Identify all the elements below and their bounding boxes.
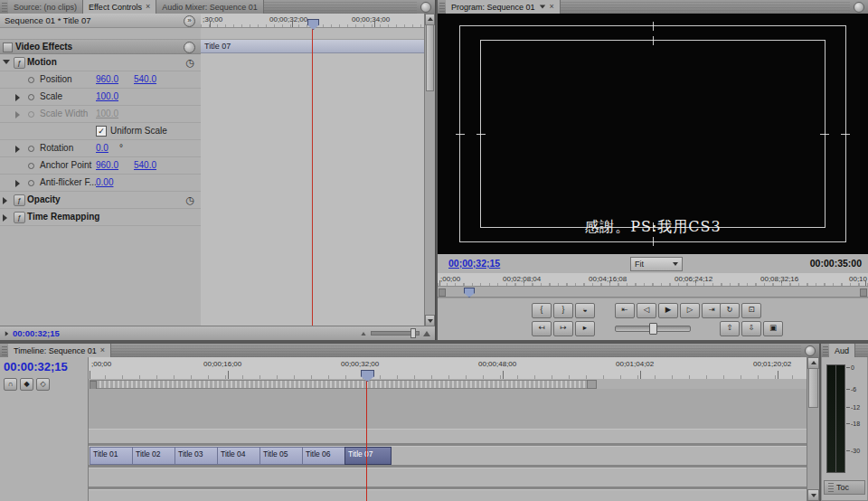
close-icon[interactable]: × xyxy=(100,346,105,354)
play-in-to-out-button[interactable]: ▸ xyxy=(575,321,595,336)
uniform-scale-checkbox[interactable]: ✓ xyxy=(96,126,107,137)
effect-name[interactable]: Opacity xyxy=(27,194,61,204)
vertical-scrollbar[interactable] xyxy=(424,14,435,326)
panel-grip[interactable] xyxy=(2,345,7,355)
zoom-level-select[interactable]: Fit xyxy=(630,257,683,271)
program-playhead[interactable] xyxy=(464,288,475,298)
shuttle-thumb[interactable] xyxy=(649,323,657,335)
close-icon[interactable]: × xyxy=(146,3,150,11)
anchor-y-value[interactable]: 540.0 xyxy=(134,160,156,170)
panel-grip[interactable] xyxy=(439,2,445,12)
tab-timeline[interactable]: Timeline: Sequence 01 × xyxy=(8,344,111,357)
program-select-arrow-icon[interactable] xyxy=(539,5,544,9)
expand-icon[interactable] xyxy=(3,214,7,222)
clip-title-05[interactable]: Title 05 xyxy=(259,447,307,465)
panel-menu-icon[interactable] xyxy=(854,2,864,13)
keyframe-toggle-icon[interactable] xyxy=(28,163,34,169)
clip-title-01[interactable]: Title 01 xyxy=(90,447,137,465)
timeline-ruler[interactable]: ;00;00 00;00;16;00 00;00;32;00 00;00;48;… xyxy=(88,357,807,380)
tabbar-drag-area[interactable] xyxy=(855,344,868,357)
stopwatch-icon[interactable]: ◷ xyxy=(185,56,194,69)
anchor-x-value[interactable]: 960.0 xyxy=(96,160,118,170)
effects-badge-icon[interactable] xyxy=(184,42,195,53)
shuttle-slider[interactable] xyxy=(615,321,691,335)
mini-clip-bar[interactable]: Title 07 xyxy=(201,40,425,53)
effect-enabled-icon[interactable]: ƒ xyxy=(14,57,25,69)
tab-audio-mixer[interactable]: Audio Mixer: Sequence 01 xyxy=(156,0,264,14)
program-video-area[interactable]: 感謝。PS:我用CS3 xyxy=(438,14,868,254)
program-scrub-area[interactable] xyxy=(438,287,868,298)
effect-enabled-icon[interactable]: ƒ xyxy=(14,194,25,206)
clip-title-06[interactable]: Title 06 xyxy=(302,447,349,465)
keyframe-toggle-icon[interactable] xyxy=(28,180,34,186)
zoom-in-icon[interactable] xyxy=(423,331,430,336)
jump-back-button[interactable]: ↤ xyxy=(532,321,552,336)
zoom-out-icon[interactable] xyxy=(361,332,365,336)
scrollbar-thumb[interactable] xyxy=(808,368,818,408)
set-out-point-button[interactable]: } xyxy=(553,303,573,318)
clip-title-03[interactable]: Title 03 xyxy=(175,447,222,465)
work-area-bar[interactable] xyxy=(90,380,597,389)
go-to-in-button[interactable]: ⇤ xyxy=(615,303,635,318)
tab-tools[interactable]: Toc xyxy=(824,480,865,495)
expand-icon[interactable] xyxy=(15,180,20,187)
panel-menu-icon[interactable] xyxy=(420,2,431,13)
scroll-down-icon[interactable] xyxy=(807,489,819,501)
timeline-view-toggle-icon[interactable]: » xyxy=(184,15,195,27)
effect-name[interactable]: Motion xyxy=(27,57,57,67)
timeline-current-time[interactable]: 00:00:32;15 xyxy=(0,357,88,373)
lift-button[interactable]: ⇧ xyxy=(720,321,740,336)
panel-grip[interactable] xyxy=(2,2,7,12)
jump-forward-button[interactable]: ↦ xyxy=(553,321,573,336)
panel-grip[interactable] xyxy=(823,345,828,355)
tab-source[interactable]: Source: (no clips) xyxy=(8,0,83,14)
snap-icon[interactable]: ∩ xyxy=(4,378,17,391)
safe-margins-button[interactable]: ⊡ xyxy=(741,303,761,318)
marker-icon[interactable]: ◇ xyxy=(36,378,50,391)
position-x-value[interactable]: 960.0 xyxy=(96,74,118,84)
scroll-handle-left[interactable] xyxy=(439,288,446,297)
scroll-handle-right[interactable] xyxy=(860,288,867,297)
set-in-point-button[interactable]: { xyxy=(532,303,552,318)
loop-button[interactable]: ↻ xyxy=(720,303,740,318)
effect-enabled-icon[interactable]: ƒ xyxy=(14,212,25,223)
tabbar-drag-area[interactable] xyxy=(561,0,850,14)
export-frame-button[interactable]: ▣ xyxy=(763,321,783,336)
tab-audio-master-meters[interactable]: Aud xyxy=(829,344,855,357)
vertical-scrollbar[interactable] xyxy=(807,357,819,501)
keyframe-toggle-icon[interactable] xyxy=(28,94,34,100)
scrollbar-thumb[interactable] xyxy=(426,24,434,91)
collapse-icon[interactable] xyxy=(3,60,10,64)
zoom-slider[interactable] xyxy=(371,331,420,336)
expand-icon[interactable] xyxy=(15,146,20,153)
go-to-out-button[interactable]: ⇥ xyxy=(702,303,722,318)
clip-title-02[interactable]: Title 02 xyxy=(132,447,179,465)
panel-menu-icon[interactable] xyxy=(805,345,816,356)
expand-icon[interactable] xyxy=(15,111,20,118)
scale-value[interactable]: 100.0 xyxy=(96,91,118,101)
step-forward-button[interactable]: ▷ xyxy=(680,303,700,318)
stopwatch-icon[interactable]: ◷ xyxy=(185,194,194,206)
program-current-time[interactable]: 00;00;32;15 xyxy=(448,258,500,269)
encore-marker-icon[interactable]: ◆ xyxy=(20,378,33,391)
current-time-display[interactable]: 00:00:32;15 xyxy=(13,328,60,338)
zoom-control[interactable] xyxy=(360,331,430,336)
expand-icon[interactable] xyxy=(3,197,7,204)
close-icon[interactable]: × xyxy=(550,3,554,11)
anti-flicker-value[interactable]: 0.00 xyxy=(96,177,113,187)
expand-icon[interactable] xyxy=(15,94,20,101)
extract-button[interactable]: ⇩ xyxy=(741,321,761,336)
rotation-value[interactable]: 0.0 xyxy=(96,143,108,153)
keyframe-toggle-icon[interactable] xyxy=(28,146,34,152)
tabbar-drag-area[interactable] xyxy=(264,0,417,14)
clip-title-07-selected[interactable]: Title 07 xyxy=(344,447,392,465)
work-area-grip[interactable] xyxy=(587,380,597,389)
step-back-button[interactable]: ◁ xyxy=(637,303,656,318)
effect-name[interactable]: Time Remapping xyxy=(27,212,99,222)
clip-title-04[interactable]: Title 04 xyxy=(217,447,264,465)
play-button[interactable]: ▶ xyxy=(658,303,678,318)
keyframe-toggle-icon[interactable] xyxy=(28,77,34,83)
tab-program[interactable]: Program: Sequence 01 × xyxy=(446,0,561,14)
zoom-slider-thumb[interactable] xyxy=(410,328,416,338)
position-y-value[interactable]: 540.0 xyxy=(134,74,156,84)
